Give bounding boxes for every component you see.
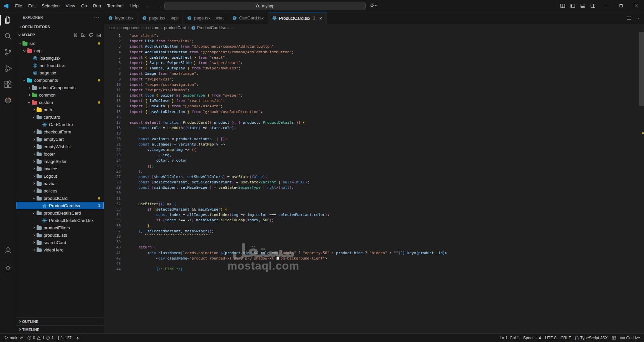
- breadcrumb-item[interactable]: ProductCard.tsx: [191, 25, 226, 30]
- menu-run[interactable]: Run: [90, 2, 104, 10]
- tree-folder-auth[interactable]: auth: [16, 106, 104, 113]
- minimize-button[interactable]: [598, 0, 613, 12]
- tree-file-CartCard.tsx[interactable]: CartCard.tsx: [16, 121, 104, 128]
- breadcrumb-item[interactable]: components: [119, 25, 141, 30]
- tab-dir-hint: ...\app: [167, 16, 178, 20]
- explorer-more-actions-icon[interactable]: ···: [94, 15, 100, 20]
- tab-1-page.tsx[interactable]: page.tsx...\app: [138, 12, 183, 24]
- menu-terminal[interactable]: Terminal: [104, 2, 126, 10]
- thunder-item[interactable]: [74, 334, 82, 342]
- menu-help[interactable]: Help: [126, 2, 142, 10]
- misc-extension-icon[interactable]: [0, 93, 16, 109]
- tree-file-page.tsx[interactable]: page.tsx: [16, 69, 104, 76]
- tree-file-loading.tsx[interactable]: loading.tsx: [16, 54, 104, 62]
- source-control-icon[interactable]: [0, 44, 16, 60]
- refresh-icon[interactable]: [89, 33, 93, 37]
- breadcrumb-item[interactable]: productCard: [164, 25, 186, 30]
- tree-folder-emptyCart[interactable]: emptyCart: [16, 135, 104, 143]
- chevron-down-icon: [28, 101, 30, 103]
- tree-file-not-found.tsx[interactable]: not-found.tsx: [16, 62, 104, 69]
- tab-2-page.tsx[interactable]: page.tsx...\cart: [183, 12, 228, 24]
- maximize-button[interactable]: [613, 0, 629, 12]
- forward-arrow-icon[interactable]: →: [157, 3, 162, 9]
- explorer-icon[interactable]: [0, 12, 16, 28]
- close-button[interactable]: [629, 0, 644, 12]
- collapse-all-icon[interactable]: [96, 33, 101, 37]
- tree-folder-cartCard[interactable]: cartCard: [16, 113, 104, 121]
- toggle-secondary-sidebar-icon[interactable]: [588, 0, 598, 12]
- tree-folder-components[interactable]: components: [16, 76, 104, 84]
- tree-folder-custom[interactable]: custom: [16, 99, 104, 106]
- tree-folder-polices[interactable]: polices: [16, 187, 104, 194]
- customize-layout-icon[interactable]: [557, 0, 568, 12]
- code-line-11: import "swiper/css/thumbs";: [129, 88, 637, 93]
- tree-folder-productDetailsCard[interactable]: productDetailsCard: [16, 209, 104, 217]
- layout-status-icon[interactable]: [610, 334, 618, 342]
- eol-item[interactable]: CRLF: [558, 334, 573, 342]
- encoding-item[interactable]: UTF-8: [543, 334, 558, 342]
- code-editor[interactable]: 1234567891011121314151617181920212223242…: [104, 32, 644, 333]
- line-number: 24: [104, 158, 121, 163]
- split-editor-icon[interactable]: [627, 15, 632, 20]
- tree-folder-src[interactable]: src: [16, 40, 104, 47]
- indentation-item[interactable]: Spaces: 4: [521, 334, 543, 342]
- section-open-editors[interactable]: OPEN EDITORS: [16, 23, 104, 31]
- git-branch-item[interactable]: main ⟳: [2, 334, 25, 342]
- breadcrumb-item[interactable]: custom: [146, 25, 159, 30]
- tab-more-actions-icon[interactable]: ···: [636, 15, 641, 20]
- section-project-root[interactable]: MYAPP: [16, 31, 104, 39]
- tree-folder-videoHero[interactable]: videoHero: [16, 246, 104, 253]
- new-folder-icon[interactable]: [81, 33, 86, 37]
- breadcrumb-item[interactable]: ...: [231, 25, 234, 30]
- menu-edit[interactable]: Edit: [25, 2, 39, 10]
- menu-file[interactable]: File: [12, 2, 25, 10]
- close-icon[interactable]: ×: [319, 16, 322, 21]
- problems-item[interactable]: 0 1 1: [25, 334, 56, 342]
- go-live-item[interactable]: Go Live: [618, 334, 642, 342]
- tree-folder-productFilters[interactable]: productFilters: [16, 224, 104, 231]
- tree-folder-Logout[interactable]: Logout: [16, 172, 104, 180]
- tree-folder-emptyWIshlist[interactable]: emptyWIshlist: [16, 143, 104, 150]
- command-center-search[interactable]: myapp: [164, 2, 366, 10]
- language-mode-item[interactable]: { } TypeScript JSX: [573, 334, 609, 342]
- tree-folder-footer[interactable]: footer: [16, 150, 104, 158]
- tree-folder-common[interactable]: common: [16, 91, 104, 99]
- account-icon[interactable]: [0, 242, 16, 258]
- tree-folder-productLists[interactable]: productLists: [16, 231, 104, 239]
- tree-folder-searchCard[interactable]: searchCard: [16, 239, 104, 246]
- tree-folder-navbar[interactable]: navbar: [16, 180, 104, 187]
- tab-3-CartCard.tsx[interactable]: CartCard.tsx: [228, 12, 268, 24]
- tree-folder-imageSlider[interactable]: imageSlider: [16, 158, 104, 165]
- new-file-icon[interactable]: [73, 33, 78, 37]
- section-outline[interactable]: OUTLINE: [16, 317, 104, 325]
- scrollbar-thumb[interactable]: [639, 32, 644, 106]
- folder-icon: [37, 145, 42, 149]
- line-number: 6: [104, 60, 121, 66]
- toggle-primary-sidebar-icon[interactable]: [568, 0, 578, 12]
- tab-4-ProductCard.tsx[interactable]: ProductCard.tsx1×: [268, 12, 327, 24]
- tab-0-layout.tsx[interactable]: layout.tsx: [104, 12, 138, 24]
- search-sidebar-icon[interactable]: [0, 28, 16, 44]
- back-arrow-icon[interactable]: ←: [146, 3, 151, 9]
- sync-dropdown-button[interactable]: ⟳: [370, 3, 377, 8]
- i18n-counter-item[interactable]: {..}: 137: [56, 334, 73, 342]
- tree-folder-app[interactable]: app: [16, 47, 104, 54]
- breadcrumb-item[interactable]: src: [109, 25, 115, 30]
- toggle-panel-icon[interactable]: [578, 0, 588, 12]
- extensions-icon[interactable]: [0, 76, 16, 93]
- menu-go[interactable]: Go: [78, 2, 90, 10]
- menu-selection[interactable]: Selection: [39, 2, 62, 10]
- cursor-position-item[interactable]: Ln 1, Col 1: [497, 334, 521, 342]
- tree-file-ProductCard.tsx[interactable]: ProductCard.tsx1: [16, 202, 104, 209]
- tree-folder-checkoutForm[interactable]: checkoutForm: [16, 128, 104, 135]
- editor-scrollbar[interactable]: [639, 32, 644, 333]
- tree-folder-adminComponents[interactable]: adminComponents: [16, 84, 104, 91]
- run-and-debug-icon[interactable]: [0, 60, 16, 76]
- tree-folder-invoice[interactable]: invoice: [16, 165, 104, 172]
- tree-folder-productCard[interactable]: productCard: [16, 194, 104, 202]
- menu-view[interactable]: View: [63, 2, 78, 10]
- settings-gear-icon[interactable]: [0, 260, 16, 276]
- code-line-9: import "swiper/css";: [129, 77, 637, 82]
- tree-file-ProductDetailsCard.tsx[interactable]: ProductDetailsCard.tsx: [16, 217, 104, 224]
- section-timeline[interactable]: TIMELINE: [16, 325, 104, 333]
